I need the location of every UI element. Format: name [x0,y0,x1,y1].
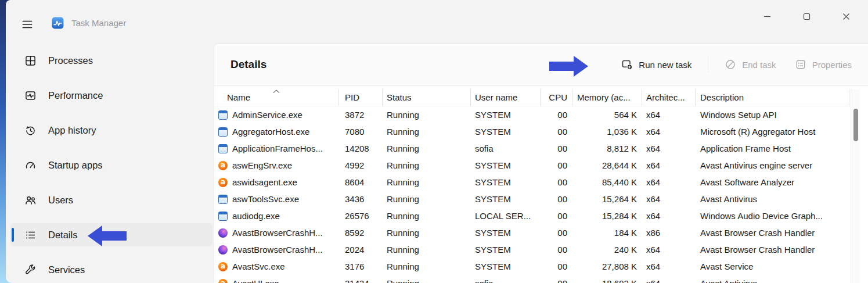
sidebar-item-performance[interactable]: Performance [10,84,213,107]
sidebar: Processes Performance App history Startu… [10,49,213,283]
cell-description: Windows Audio Device Graph... [696,207,849,224]
cell-name: ApplicationFrameHos... [214,140,339,157]
cell-status: Running [383,123,471,140]
window-controls [747,5,866,28]
sidebar-item-label: Details [48,230,77,241]
table-row[interactable]: ApplicationFrameHos... 14208 Running sof… [214,140,850,157]
cell-description: Avast Software Analyzer [696,174,849,191]
column-header-cpu[interactable]: CPU [541,89,572,106]
column-header-name[interactable]: Name [214,89,339,106]
end-task-icon [725,59,736,70]
minimize-button[interactable] [747,5,787,28]
sort-ascending-icon [273,89,280,94]
properties-button[interactable]: Properties [793,55,854,74]
sidebar-item-services[interactable]: Services [10,258,213,281]
properties-icon [795,59,806,70]
cell-architecture: x86 [642,224,696,241]
column-header-pid[interactable]: PID [339,89,383,106]
cell-user-name: SYSTEM [471,258,541,275]
table-body: AdminService.exe 3872 Running SYSTEM 00 … [214,106,850,283]
sidebar-item-details[interactable]: Details [10,223,213,246]
table-row[interactable]: AdminService.exe 3872 Running SYSTEM 00 … [214,106,850,123]
cell-name: AvastSvc.exe [214,258,339,275]
table-row[interactable]: AvastSvc.exe 3176 Running SYSTEM 00 27,8… [214,258,850,275]
cell-status: Running [383,174,471,191]
column-header-user-name[interactable]: User name [471,89,541,106]
end-task-button[interactable]: End task [722,55,778,74]
cell-memory: 28,644 K [572,157,642,174]
table-row[interactable]: AvastUI.exe 31434 Running sofia 00 18,69… [214,275,850,283]
properties-label: Properties [812,60,852,70]
cell-pid: 3176 [339,258,383,275]
cell-status: Running [383,207,471,224]
close-icon [842,13,850,20]
column-header-memory[interactable]: Memory (ac... [572,89,642,106]
cell-pid: 8604 [339,174,383,191]
cell-status: Running [383,258,471,275]
cell-memory: 8,812 K [572,140,642,157]
cell-user-name: LOCAL SER... [471,207,541,224]
task-manager-window: Task Manager Processes [6,0,868,283]
cell-user-name: sofia [471,140,541,157]
scrollbar-thumb[interactable] [853,109,858,141]
cell-memory: 27,808 K [572,258,642,275]
table-row[interactable]: aswEngSrv.exe 4992 Running SYSTEM 00 28,… [214,157,850,174]
cell-architecture: x64 [642,106,696,123]
cell-pid: 7080 [339,123,383,140]
cell-architecture: x64 [642,258,696,275]
table-row[interactable]: AvastBrowserCrashH... 2024 Running SYSTE… [214,241,850,258]
app-title: Task Manager [51,16,126,30]
cell-description: Avast Antivirus [696,191,849,207]
process-icon [218,228,228,238]
cell-cpu: 00 [541,207,572,224]
process-icon [218,127,228,137]
cell-cpu: 00 [541,123,572,140]
run-new-task-icon [621,59,633,70]
toolbar-actions: Run new task End task [619,55,868,74]
users-icon [24,194,37,206]
cell-memory: 85,440 K [572,174,642,191]
cell-user-name: SYSTEM [471,224,541,241]
cell-architecture: x64 [642,157,696,174]
sidebar-item-label: App history [48,125,96,136]
cell-name: AvastBrowserCrashH... [214,241,339,258]
navigation-menu-button[interactable] [16,14,38,35]
column-header-description[interactable]: Description [696,89,849,106]
table-row[interactable]: audiodg.exe 26576 Running LOCAL SER... 0… [214,207,850,224]
cell-architecture: x64 [642,191,696,207]
cell-user-name: SYSTEM [471,174,541,191]
table-row[interactable]: aswidsagent.exe 8604 Running SYSTEM 00 8… [214,174,850,191]
table-row[interactable]: AggregatorHost.exe 7080 Running SYSTEM 0… [214,123,850,140]
table-row[interactable]: aswToolsSvc.exe 3436 Running SYSTEM 00 1… [214,191,850,207]
cell-status: Running [383,191,471,207]
sidebar-item-startup-apps[interactable]: Startup apps [10,153,213,177]
table-row[interactable]: AvastBrowserCrashH... 8592 Running SYSTE… [214,224,850,241]
close-button[interactable] [826,5,866,28]
titlebar: Task Manager [6,0,868,43]
sidebar-item-processes[interactable]: Processes [10,49,213,72]
process-icon [218,195,228,204]
details-panel: Details Run new task [214,43,868,283]
cell-name: aswidsagent.exe [214,174,339,191]
window-title: Task Manager [71,18,126,28]
run-new-task-button[interactable]: Run new task [619,55,694,74]
column-header-architecture[interactable]: Architec... [642,89,696,106]
process-icon [218,110,228,120]
column-header-status[interactable]: Status [383,89,471,106]
sidebar-item-app-history[interactable]: App history [10,119,213,142]
cell-description: Microsoft (R) Aggregator Host [696,123,849,140]
cell-architecture: x64 [642,207,696,224]
cell-description: Application Frame Host [696,140,849,157]
cell-pid: 26576 [339,207,383,224]
cell-cpu: 00 [541,191,572,207]
processes-icon [24,55,37,67]
sidebar-item-users[interactable]: Users [10,188,213,212]
cell-name: AdminService.exe [214,106,339,123]
cell-status: Running [383,275,471,283]
vertical-scrollbar[interactable] [851,89,860,283]
maximize-button[interactable] [787,5,826,28]
screen: Task Manager Processes [0,0,868,283]
cell-memory: 15,264 K [572,191,642,207]
cell-status: Running [383,241,471,258]
cell-status: Running [383,140,471,157]
